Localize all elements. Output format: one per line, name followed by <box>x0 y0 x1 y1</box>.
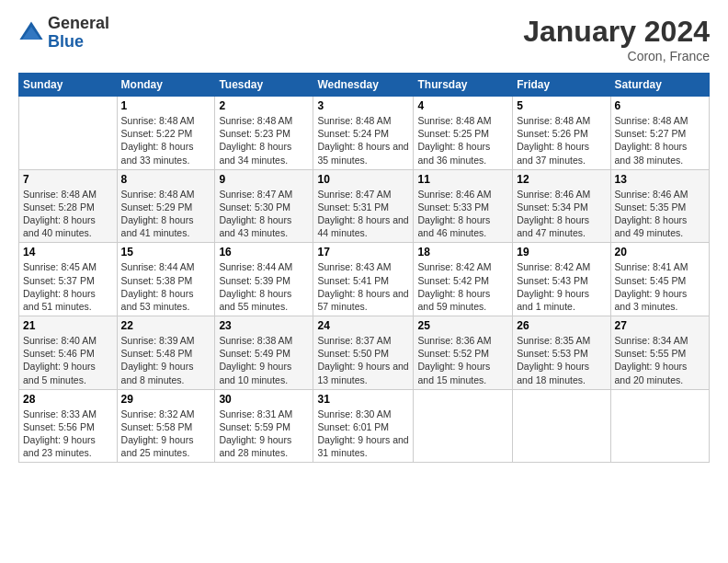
day-number: 12 <box>517 173 606 186</box>
day-number: 15 <box>121 246 211 259</box>
day-info: Sunrise: 8:44 AMSunset: 5:39 PMDaylight:… <box>219 261 292 312</box>
day-info: Sunrise: 8:48 AMSunset: 5:23 PMDaylight:… <box>219 115 292 166</box>
day-info: Sunrise: 8:47 AMSunset: 5:30 PMDaylight:… <box>219 189 292 239</box>
day-info: Sunrise: 8:38 AMSunset: 5:49 PMDaylight:… <box>219 335 292 385</box>
day-number: 10 <box>317 173 409 186</box>
calendar-cell: 15 Sunrise: 8:44 AMSunset: 5:38 PMDaylig… <box>117 243 215 316</box>
day-number: 16 <box>219 246 309 259</box>
col-tuesday: Tuesday <box>215 74 313 97</box>
day-info: Sunrise: 8:31 AMSunset: 5:59 PMDaylight:… <box>219 408 292 459</box>
header: General Blue January 2024 Coron, France <box>18 15 710 63</box>
calendar-cell: 12 Sunrise: 8:46 AMSunset: 5:34 PMDaylig… <box>513 169 610 243</box>
calendar-cell: 8 Sunrise: 8:48 AMSunset: 5:29 PMDayligh… <box>117 169 215 243</box>
day-number: 14 <box>23 246 113 259</box>
day-info: Sunrise: 8:47 AMSunset: 5:31 PMDaylight:… <box>317 189 408 239</box>
week-row-1: 7 Sunrise: 8:48 AMSunset: 5:28 PMDayligh… <box>19 169 710 243</box>
week-row-2: 14 Sunrise: 8:45 AMSunset: 5:37 PMDaylig… <box>19 243 710 316</box>
day-number: 1 <box>121 99 211 112</box>
day-info: Sunrise: 8:42 AMSunset: 5:43 PMDaylight:… <box>517 261 590 312</box>
calendar-cell: 17 Sunrise: 8:43 AMSunset: 5:41 PMDaylig… <box>313 243 414 316</box>
calendar-cell: 16 Sunrise: 8:44 AMSunset: 5:39 PMDaylig… <box>215 243 313 316</box>
logo-icon <box>18 20 44 46</box>
calendar-header: Sunday Monday Tuesday Wednesday Thursday… <box>19 74 710 97</box>
title-block: January 2024 Coron, France <box>523 15 710 63</box>
calendar-cell: 6 Sunrise: 8:48 AMSunset: 5:27 PMDayligh… <box>610 97 709 170</box>
day-info: Sunrise: 8:34 AMSunset: 5:55 PMDaylight:… <box>615 335 688 385</box>
calendar-cell: 1 Sunrise: 8:48 AMSunset: 5:22 PMDayligh… <box>117 97 215 170</box>
calendar-cell: 28 Sunrise: 8:33 AMSunset: 5:56 PMDaylig… <box>19 389 118 463</box>
day-number: 8 <box>121 173 211 186</box>
day-number: 27 <box>615 319 705 332</box>
day-info: Sunrise: 8:30 AMSunset: 6:01 PMDaylight:… <box>317 408 408 459</box>
day-info: Sunrise: 8:40 AMSunset: 5:46 PMDaylight:… <box>23 335 97 385</box>
day-info: Sunrise: 8:45 AMSunset: 5:37 PMDaylight:… <box>23 261 97 312</box>
day-info: Sunrise: 8:43 AMSunset: 5:41 PMDaylight:… <box>317 261 408 312</box>
day-number: 6 <box>615 99 705 112</box>
day-number: 7 <box>23 173 113 186</box>
calendar-cell: 19 Sunrise: 8:42 AMSunset: 5:43 PMDaylig… <box>513 243 610 316</box>
day-info: Sunrise: 8:46 AMSunset: 5:35 PMDaylight:… <box>615 189 688 239</box>
calendar-cell: 3 Sunrise: 8:48 AMSunset: 5:24 PMDayligh… <box>313 97 414 170</box>
week-row-0: 1 Sunrise: 8:48 AMSunset: 5:22 PMDayligh… <box>19 97 710 170</box>
calendar-cell: 4 Sunrise: 8:48 AMSunset: 5:25 PMDayligh… <box>414 97 513 170</box>
page: General Blue January 2024 Coron, France … <box>0 0 728 563</box>
day-info: Sunrise: 8:48 AMSunset: 5:26 PMDaylight:… <box>517 115 590 166</box>
calendar-cell: 13 Sunrise: 8:46 AMSunset: 5:35 PMDaylig… <box>610 169 709 243</box>
day-number: 26 <box>517 319 606 332</box>
calendar-cell: 9 Sunrise: 8:47 AMSunset: 5:30 PMDayligh… <box>215 169 313 243</box>
day-info: Sunrise: 8:42 AMSunset: 5:42 PMDaylight:… <box>417 261 491 312</box>
calendar-cell: 23 Sunrise: 8:38 AMSunset: 5:49 PMDaylig… <box>215 316 313 390</box>
day-info: Sunrise: 8:46 AMSunset: 5:33 PMDaylight:… <box>417 189 491 239</box>
day-info: Sunrise: 8:36 AMSunset: 5:52 PMDaylight:… <box>417 335 491 385</box>
day-number: 3 <box>317 99 409 112</box>
calendar-cell <box>414 389 513 463</box>
calendar-cell: 29 Sunrise: 8:32 AMSunset: 5:58 PMDaylig… <box>117 389 215 463</box>
day-number: 23 <box>219 319 309 332</box>
day-info: Sunrise: 8:37 AMSunset: 5:50 PMDaylight:… <box>317 335 408 385</box>
week-row-3: 21 Sunrise: 8:40 AMSunset: 5:46 PMDaylig… <box>19 316 710 390</box>
day-info: Sunrise: 8:46 AMSunset: 5:34 PMDaylight:… <box>517 189 590 239</box>
col-saturday: Saturday <box>610 74 709 97</box>
day-info: Sunrise: 8:41 AMSunset: 5:45 PMDaylight:… <box>615 261 688 312</box>
logo: General Blue <box>18 15 109 52</box>
day-info: Sunrise: 8:48 AMSunset: 5:28 PMDaylight:… <box>23 189 97 239</box>
calendar-cell <box>19 97 118 170</box>
day-number: 11 <box>417 173 508 186</box>
day-number: 9 <box>219 173 309 186</box>
day-info: Sunrise: 8:48 AMSunset: 5:25 PMDaylight:… <box>417 115 491 166</box>
calendar-cell: 5 Sunrise: 8:48 AMSunset: 5:26 PMDayligh… <box>513 97 610 170</box>
calendar-cell: 7 Sunrise: 8:48 AMSunset: 5:28 PMDayligh… <box>19 169 118 243</box>
calendar-cell: 18 Sunrise: 8:42 AMSunset: 5:42 PMDaylig… <box>414 243 513 316</box>
day-number: 21 <box>23 319 113 332</box>
day-number: 25 <box>417 319 508 332</box>
day-number: 19 <box>517 246 606 259</box>
calendar-cell: 14 Sunrise: 8:45 AMSunset: 5:37 PMDaylig… <box>19 243 118 316</box>
calendar-cell: 22 Sunrise: 8:39 AMSunset: 5:48 PMDaylig… <box>117 316 215 390</box>
day-info: Sunrise: 8:48 AMSunset: 5:22 PMDaylight:… <box>121 115 195 166</box>
logo-blue-label: Blue <box>48 33 109 52</box>
day-number: 4 <box>417 99 508 112</box>
col-wednesday: Wednesday <box>313 74 414 97</box>
day-number: 5 <box>517 99 606 112</box>
day-number: 31 <box>317 393 409 406</box>
calendar-cell: 20 Sunrise: 8:41 AMSunset: 5:45 PMDaylig… <box>610 243 709 316</box>
day-info: Sunrise: 8:32 AMSunset: 5:58 PMDaylight:… <box>121 408 195 459</box>
calendar-cell: 11 Sunrise: 8:46 AMSunset: 5:33 PMDaylig… <box>414 169 513 243</box>
calendar-table: Sunday Monday Tuesday Wednesday Thursday… <box>18 73 710 463</box>
day-number: 17 <box>317 246 409 259</box>
calendar-cell <box>513 389 610 463</box>
day-info: Sunrise: 8:33 AMSunset: 5:56 PMDaylight:… <box>23 408 97 459</box>
col-monday: Monday <box>117 74 215 97</box>
day-number: 24 <box>317 319 409 332</box>
day-info: Sunrise: 8:48 AMSunset: 5:29 PMDaylight:… <box>121 189 195 239</box>
calendar-cell: 25 Sunrise: 8:36 AMSunset: 5:52 PMDaylig… <box>414 316 513 390</box>
calendar-cell <box>610 389 709 463</box>
calendar-cell: 30 Sunrise: 8:31 AMSunset: 5:59 PMDaylig… <box>215 389 313 463</box>
day-info: Sunrise: 8:44 AMSunset: 5:38 PMDaylight:… <box>121 261 195 312</box>
day-info: Sunrise: 8:48 AMSunset: 5:27 PMDaylight:… <box>615 115 688 166</box>
logo-text: General Blue <box>48 15 109 52</box>
calendar-cell: 21 Sunrise: 8:40 AMSunset: 5:46 PMDaylig… <box>19 316 118 390</box>
calendar-cell: 24 Sunrise: 8:37 AMSunset: 5:50 PMDaylig… <box>313 316 414 390</box>
week-row-4: 28 Sunrise: 8:33 AMSunset: 5:56 PMDaylig… <box>19 389 710 463</box>
day-number: 2 <box>219 99 309 112</box>
